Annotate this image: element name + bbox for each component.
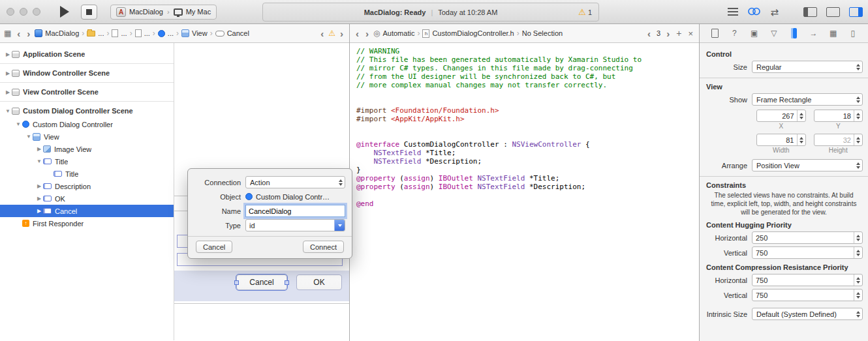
issue-warning-icon[interactable]: ⚠: [328, 29, 335, 38]
size-inspector-tab[interactable]: [788, 28, 799, 38]
zoom-window-button[interactable]: [33, 8, 40, 16]
stepper-icon[interactable]: [854, 110, 862, 121]
disclosure-triangle-icon[interactable]: ▶: [4, 89, 12, 95]
disclosure-triangle-icon[interactable]: ▶: [35, 196, 43, 201]
code-forward-button[interactable]: ›: [364, 29, 371, 38]
disclosure-triangle-icon[interactable]: ▼: [4, 108, 12, 114]
height-field[interactable]: 32: [814, 134, 863, 146]
stepper-icon[interactable]: [797, 110, 805, 121]
effects-inspector-tab[interactable]: ▯: [848, 29, 858, 38]
name-input[interactable]: [245, 205, 345, 217]
selection-handle-icon[interactable]: [234, 280, 239, 285]
stepper-icon[interactable]: [854, 289, 862, 301]
connections-inspector-tab[interactable]: →: [808, 29, 818, 38]
outline-row[interactable]: ▶Image View: [0, 143, 174, 155]
hugging-vertical-field[interactable]: 750: [752, 246, 863, 259]
popover-connect-button[interactable]: Connect: [303, 241, 344, 253]
add-editor-button[interactable]: +: [674, 28, 683, 38]
y-field[interactable]: 18: [814, 110, 863, 122]
disclosure-triangle-icon[interactable]: ▼: [25, 134, 33, 140]
outline-row[interactable]: ▼Title: [0, 155, 174, 168]
forward-button[interactable]: ›: [25, 29, 32, 38]
history-back-button[interactable]: ‹: [645, 29, 653, 38]
crumb-document[interactable]: ...: [112, 29, 127, 37]
issue-forward-button[interactable]: ›: [338, 29, 345, 38]
outline-row[interactable]: ▶View Controller Scene: [0, 85, 174, 99]
popover-cancel-button[interactable]: Cancel: [196, 241, 232, 253]
close-window-button[interactable]: [7, 8, 14, 16]
disclosure-triangle-icon[interactable]: ▼: [14, 121, 22, 127]
disclosure-triangle-icon[interactable]: ▶: [35, 146, 43, 152]
navigator-toggle-button[interactable]: [803, 7, 817, 17]
x-field[interactable]: 267: [756, 110, 806, 122]
stepper-icon[interactable]: [854, 134, 862, 145]
compression-vertical-field[interactable]: 750: [752, 289, 863, 301]
crumb-selection[interactable]: No Selection: [522, 29, 563, 37]
show-dropdown[interactable]: Frame Rectangle: [752, 93, 863, 106]
issue-back-button[interactable]: ‹: [318, 29, 326, 38]
compression-horizontal-field[interactable]: 750: [752, 274, 863, 286]
crumb-folder[interactable]: ...: [87, 29, 104, 37]
stepper-icon[interactable]: [854, 232, 862, 243]
stepper-icon[interactable]: [854, 274, 862, 286]
quick-help-tab[interactable]: ?: [729, 29, 739, 38]
related-items-icon[interactable]: ▦: [4, 29, 11, 38]
outline-row[interactable]: ↑First Responder: [0, 217, 174, 230]
back-button[interactable]: ‹: [15, 29, 22, 38]
size-dropdown[interactable]: Regular: [752, 61, 863, 73]
type-combobox[interactable]: id: [245, 219, 345, 231]
canvas-cancel-button[interactable]: Cancel: [236, 274, 287, 290]
canvas-ok-button[interactable]: OK: [296, 274, 342, 290]
code-block[interactable]: // WARNING// This file has been generate…: [350, 43, 699, 212]
crumb-scene[interactable]: ...: [135, 29, 150, 37]
inspector-toggle-button[interactable]: [849, 7, 863, 17]
crumb-cancel-item[interactable]: Cancel: [215, 29, 249, 37]
connection-type-dropdown[interactable]: Action: [245, 176, 345, 188]
outline-row[interactable]: ▶Description: [0, 180, 174, 192]
identity-inspector-tab[interactable]: ▣: [749, 29, 760, 38]
file-inspector-tab[interactable]: [709, 29, 720, 38]
outline-row[interactable]: Title: [0, 168, 174, 180]
hugging-horizontal-field[interactable]: 250: [752, 231, 863, 244]
scheme-selector[interactable]: A MacDialog › My Mac: [110, 5, 217, 20]
crumb-counterpart[interactable]: ◎ Automatic: [373, 29, 414, 38]
assistant-editor-button[interactable]: [747, 7, 761, 18]
outline-row[interactable]: ▼Custom Dialog Controller: [0, 118, 174, 130]
control-section-title: Control: [706, 50, 861, 58]
outline-row[interactable]: ▶Application Scene: [0, 47, 174, 61]
outline-row[interactable]: ▶Cancel: [0, 205, 174, 217]
stepper-icon[interactable]: [854, 247, 862, 258]
disclosure-triangle-icon[interactable]: ▶: [4, 52, 12, 57]
combo-arrow-icon[interactable]: [334, 220, 345, 231]
crumb-view[interactable]: View: [181, 29, 208, 37]
outline-row[interactable]: ▼View: [0, 130, 174, 143]
width-field[interactable]: 81: [756, 134, 806, 146]
standard-editor-button[interactable]: [728, 8, 738, 16]
run-button[interactable]: [60, 6, 69, 18]
intrinsic-size-dropdown[interactable]: Default (System Defined): [752, 308, 863, 320]
warning-badge[interactable]: ⚠ 1: [578, 3, 592, 21]
bindings-inspector-tab[interactable]: ▦: [828, 29, 839, 38]
version-editor-button[interactable]: ⇄: [770, 7, 779, 17]
stop-button[interactable]: [81, 5, 97, 20]
debug-area-toggle-button[interactable]: [826, 7, 840, 17]
outline-row[interactable]: ▶OK: [0, 192, 174, 205]
crumb-controller[interactable]: ...: [158, 29, 174, 37]
history-forward-button[interactable]: ›: [664, 29, 672, 38]
disclosure-triangle-icon[interactable]: ▶: [35, 208, 43, 214]
selection-handle-icon[interactable]: [285, 280, 289, 285]
close-editor-button[interactable]: ×: [686, 29, 695, 38]
crumb-project[interactable]: MacDialog: [35, 29, 79, 37]
canvas-selected-view[interactable]: Cancel OK: [174, 271, 349, 301]
attributes-inspector-tab[interactable]: ▽: [769, 29, 779, 38]
arrange-dropdown[interactable]: Position View: [752, 159, 863, 171]
outline-row[interactable]: ▶Window Controller Scene: [0, 66, 174, 80]
stepper-icon[interactable]: [797, 134, 805, 145]
disclosure-triangle-icon[interactable]: ▶: [35, 183, 43, 189]
disclosure-triangle-icon[interactable]: ▶: [4, 70, 12, 76]
code-back-button[interactable]: ‹: [354, 29, 361, 38]
disclosure-triangle-icon[interactable]: ▼: [35, 158, 43, 164]
minimize-window-button[interactable]: [20, 8, 27, 16]
crumb-file[interactable]: h CustomDialogController.h: [422, 29, 514, 38]
outline-row[interactable]: ▼Custom Dialog Controller Scene: [0, 104, 174, 118]
